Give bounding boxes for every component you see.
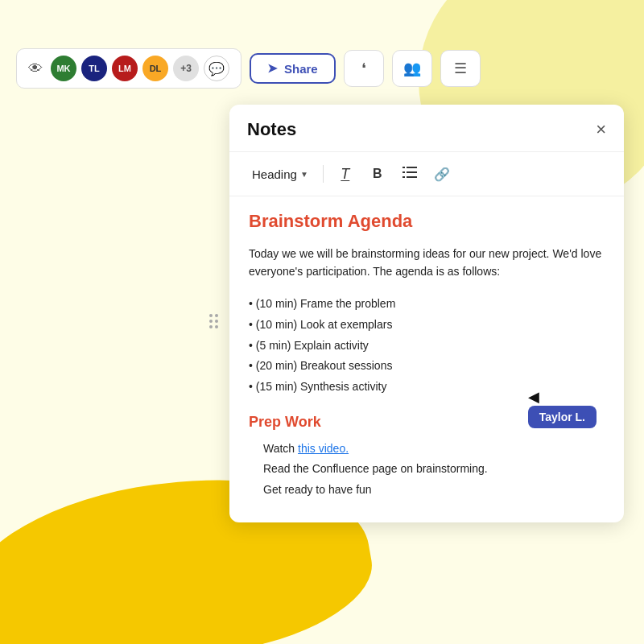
people-icon: 👥 xyxy=(403,60,421,77)
drag-dot xyxy=(209,325,213,328)
svg-rect-3 xyxy=(407,171,417,173)
chevron-down-icon: ▼ xyxy=(300,170,308,179)
svg-rect-1 xyxy=(407,167,417,168)
heading-label: Heading xyxy=(252,167,297,181)
eye-icon[interactable]: 👁 xyxy=(28,60,43,77)
avatar-tl[interactable]: TL xyxy=(81,56,107,81)
list-item: (5 min) Explain activity xyxy=(249,336,605,357)
svg-rect-0 xyxy=(402,167,405,168)
avatar-dl[interactable]: DL xyxy=(142,56,168,81)
link-icon: 🔗 xyxy=(434,167,450,182)
svg-rect-4 xyxy=(402,176,405,178)
cursor-pointer-icon: ◀ xyxy=(528,390,597,404)
drag-dot xyxy=(215,314,218,317)
agenda-description: Today we we will be brainstorming ideas … xyxy=(249,245,605,281)
list-item: (20 min) Breakout sessions xyxy=(249,356,605,377)
user-tooltip: Taylor L. xyxy=(528,406,597,428)
share-label: Share xyxy=(284,62,318,76)
svg-rect-2 xyxy=(402,171,405,173)
list-format-icon xyxy=(402,166,417,182)
bold-icon: B xyxy=(373,167,382,181)
drag-handle[interactable] xyxy=(209,314,218,328)
list-icon: ☰ xyxy=(454,60,467,77)
share-icon: ➤ xyxy=(267,61,278,76)
cursor-tooltip-area: ◀ Taylor L. xyxy=(528,390,597,428)
main-toolbar: 👁 MK TL LM DL +3 💬 ➤ Share ❛ 👥 ☰ xyxy=(16,48,628,89)
notes-content: Brainstorm Agenda Today we we will be br… xyxy=(229,196,624,522)
people-icon-button[interactable]: 👥 xyxy=(392,50,432,87)
list-icon-button[interactable]: ☰ xyxy=(440,50,481,87)
drag-dot xyxy=(215,320,218,323)
avatar-mk[interactable]: MK xyxy=(51,56,76,81)
text-format-button[interactable]: T xyxy=(332,160,359,188)
format-bar: Heading ▼ T B 🔗 xyxy=(229,152,624,196)
drag-dot xyxy=(215,325,218,328)
prep-video-link[interactable]: this video. xyxy=(298,442,349,455)
drag-dot xyxy=(209,320,213,323)
notes-header: Notes × xyxy=(229,105,624,152)
link-button[interactable]: 🔗 xyxy=(428,160,456,188)
chat-icon[interactable]: 💬 xyxy=(204,56,229,81)
text-icon: T xyxy=(341,166,349,183)
format-divider xyxy=(323,165,324,183)
prep-items: Watch this video. Read the Confluence pa… xyxy=(249,439,605,500)
share-button[interactable]: ➤ Share xyxy=(250,53,336,84)
quote-icon: ❛ xyxy=(361,60,366,77)
prep-item-1: Watch this video. xyxy=(263,439,605,459)
drag-dot xyxy=(209,314,213,317)
notes-panel: Notes × Heading ▼ T B xyxy=(229,105,624,522)
prep-item-2: Read the Confluence page on brainstormin… xyxy=(263,459,605,479)
heading-dropdown[interactable]: Heading ▼ xyxy=(246,164,315,184)
close-button[interactable]: × xyxy=(596,121,606,138)
agenda-list: (10 min) Frame the problem (10 min) Look… xyxy=(249,294,605,398)
list-item: (10 min) Look at exemplars xyxy=(249,315,605,336)
list-item: (10 min) Frame the problem xyxy=(249,294,605,315)
bold-button[interactable]: B xyxy=(364,160,391,188)
prep-item-3: Get ready to have fun xyxy=(263,480,605,500)
avatar-lm[interactable]: LM xyxy=(112,56,138,81)
quote-icon-button[interactable]: ❛ xyxy=(344,50,384,87)
svg-rect-5 xyxy=(407,176,417,178)
agenda-title: Brainstorm Agenda xyxy=(249,211,605,232)
avatar-more[interactable]: +3 xyxy=(173,56,199,81)
list-format-button[interactable] xyxy=(396,160,423,188)
notes-title: Notes xyxy=(247,119,296,140)
toolbar-left-group: 👁 MK TL LM DL +3 💬 xyxy=(16,48,242,89)
